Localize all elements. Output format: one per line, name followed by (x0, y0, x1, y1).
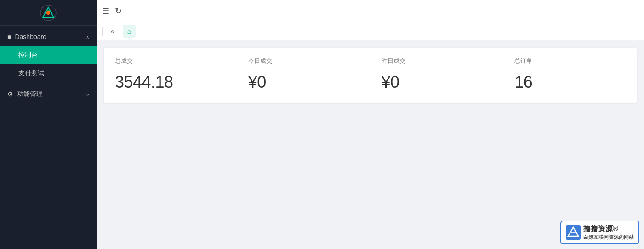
stat-card-total-transaction: 总成交 3544.18 (104, 48, 237, 103)
menu-toggle-button[interactable]: ☰ (102, 6, 109, 16)
menu-icon: ☰ (102, 6, 109, 16)
stat-card-today-transaction: 今日成交 ¥0 (237, 48, 370, 103)
total-transaction-label: 总成交 (115, 57, 226, 65)
dashboard-label: Dashboard (15, 33, 46, 40)
sidebar-logo (0, 0, 97, 26)
sidebar: ■ Dashboard 控制台 支付测试 ⚙ 功能管理 (0, 0, 97, 249)
content-area: 总成交 3544.18 今日成交 ¥0 昨日成交 ¥0 总订单 16 (97, 40, 644, 249)
breadcrumb-back-button[interactable]: « (106, 25, 119, 38)
stat-card-yesterday-transaction: 昨日成交 ¥0 (370, 48, 504, 103)
dashboard-icon: ■ (7, 33, 11, 40)
app-logo-icon (40, 5, 57, 21)
dashboard-menu-item[interactable]: ■ Dashboard (0, 28, 97, 46)
today-transaction-value: ¥0 (248, 73, 359, 92)
sidebar-item-kongzhitai[interactable]: 控制台 (0, 46, 97, 64)
topbar: ☰ ↻ (97, 0, 644, 22)
function-management-section[interactable]: ⚙ 功能管理 (0, 85, 97, 104)
topbar-divider (102, 27, 103, 36)
refresh-button[interactable]: ↻ (115, 6, 122, 16)
gear-icon: ⚙ (7, 91, 13, 98)
back-arrows-icon: « (111, 28, 114, 35)
zhifuceshi-label: 支付测试 (18, 69, 44, 78)
total-orders-label: 总订单 (514, 57, 626, 65)
refresh-icon: ↻ (115, 6, 122, 16)
breadcrumb-bar: « ⌂ (97, 22, 644, 40)
yesterday-transaction-label: 昨日成交 (382, 57, 492, 65)
kongzhitai-label: 控制台 (18, 51, 38, 59)
today-transaction-label: 今日成交 (248, 57, 359, 65)
stat-card-total-orders: 总订单 16 (503, 48, 637, 103)
stats-cards-row: 总成交 3544.18 今日成交 ¥0 昨日成交 ¥0 总订单 16 (104, 48, 637, 103)
function-management-label: 功能管理 (17, 90, 43, 98)
total-orders-value: 16 (514, 73, 626, 92)
watermark-logo-icon (566, 225, 581, 240)
function-management-chevron-down-icon (86, 91, 89, 98)
watermark-main-text: 撸撸资源® (583, 224, 634, 234)
breadcrumb-home-button[interactable]: ⌂ (123, 25, 136, 38)
dashboard-section: ■ Dashboard 控制台 支付测试 (0, 26, 97, 85)
watermark-sub-text: 白嫖互联网资源的网站 (583, 234, 634, 241)
yesterday-transaction-value: ¥0 (382, 73, 492, 92)
watermark: 撸撸资源® 白嫖互联网资源的网站 (560, 221, 639, 244)
sidebar-item-zhifuceshi[interactable]: 支付测试 (0, 64, 97, 83)
dashboard-chevron-up-icon (86, 33, 89, 40)
svg-point-1 (46, 11, 50, 15)
total-transaction-value: 3544.18 (115, 73, 226, 92)
main-content: ☰ ↻ « ⌂ 总成交 3544.18 今日成交 ¥0 昨日成交 (97, 0, 644, 249)
home-icon: ⌂ (127, 28, 131, 35)
